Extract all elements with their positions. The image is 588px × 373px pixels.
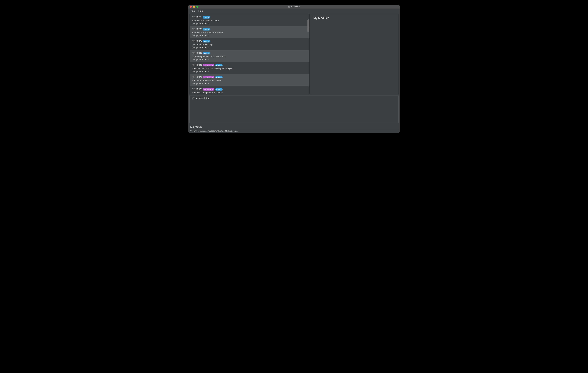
mcs-badge: 0 MCs <box>203 16 210 19</box>
module-title: Constraint Processing <box>192 43 307 46</box>
semester-badge: Semester 2 <box>203 88 214 91</box>
module-head: CS52154 MCs <box>192 40 307 43</box>
module-row[interactable]: CS52154 MCsConstraint ProcessingComputer… <box>190 38 309 50</box>
command-area <box>189 125 399 129</box>
my-modules-panel: My Modules <box>311 14 399 94</box>
module-code: CS5219 <box>192 76 202 79</box>
status-path: /Users/shenyihong/dev/CS2103/tp/data/use… <box>188 129 400 133</box>
module-title: Foundation in Computer Systems <box>192 31 307 34</box>
module-row[interactable]: CS52010 MCsFoundation in Theoretical CSC… <box>190 14 309 26</box>
my-modules-title: My Modules <box>313 16 396 20</box>
module-department: Computer Science <box>192 82 307 85</box>
module-head: CS52010 MCs <box>192 16 307 19</box>
module-title: Foundation in Theoretical CS <box>192 19 307 22</box>
command-input[interactable] <box>190 125 398 129</box>
menu-help[interactable]: Help <box>198 9 204 13</box>
module-code: CS5216 <box>192 52 202 55</box>
mcs-badge: 4 MCs <box>203 40 210 42</box>
module-row[interactable]: CS5222Semester 24 MCsAdvanced Computer A… <box>190 86 309 94</box>
titlebar: CLIMods <box>188 5 400 9</box>
window-title-text: CLIMods <box>291 6 300 8</box>
module-department: Computer Science <box>192 70 307 73</box>
module-code: CS5202 <box>192 28 202 31</box>
menubar: File Help <box>188 9 400 13</box>
module-title: Automated Software Validation <box>192 79 307 82</box>
app-icon <box>288 6 290 8</box>
status-message: 59 modules listed! <box>192 97 396 99</box>
module-row[interactable]: CS52020 MCsFoundation in Computer System… <box>190 26 309 38</box>
minimize-icon[interactable] <box>193 6 195 8</box>
semester-badge: Semester 2 <box>203 64 214 66</box>
module-title: Principles and Practice of Program Analy… <box>192 67 307 70</box>
scrollbar-thumb[interactable] <box>307 19 309 32</box>
module-department: Computer Science <box>192 58 307 61</box>
close-icon[interactable] <box>190 6 192 8</box>
menu-file[interactable]: File <box>190 9 195 13</box>
semester-badge: Semester 1 <box>203 76 214 78</box>
module-list[interactable]: CS52010 MCsFoundation in Theoretical CSC… <box>190 14 309 94</box>
mcs-badge: 4 MCs <box>215 76 223 78</box>
module-code: CS5201 <box>192 16 202 19</box>
mcs-badge: 4 MCs <box>215 88 223 91</box>
main-area: CS52010 MCsFoundation in Theoretical CSC… <box>188 13 400 94</box>
module-list-panel: CS52010 MCsFoundation in Theoretical CSC… <box>189 14 310 94</box>
module-head: CS52020 MCs <box>192 28 307 31</box>
mcs-badge: 4 MCs <box>203 52 210 54</box>
module-row[interactable]: CS5218Semester 24 MCsPrinciples and Prac… <box>190 62 309 74</box>
status-panel: 59 modules listed! <box>189 95 399 123</box>
mcs-badge: 0 MCs <box>203 28 210 31</box>
module-code: CS5215 <box>192 40 202 43</box>
module-department: Computer Science <box>192 22 307 25</box>
window-controls <box>190 6 198 8</box>
module-head: CS5219Semester 14 MCs <box>192 76 307 79</box>
module-row[interactable]: CS52164 MCsLogic Programming and Constra… <box>190 50 309 62</box>
mcs-badge: 4 MCs <box>215 64 223 66</box>
maximize-icon[interactable] <box>196 6 198 8</box>
module-code: CS5218 <box>192 64 202 67</box>
module-department: Computer Science <box>192 34 307 37</box>
svg-rect-0 <box>289 6 290 8</box>
module-code: CS5222 <box>192 88 202 91</box>
module-title: Advanced Computer Architecture <box>192 91 307 94</box>
module-department: Computer Science <box>192 46 307 49</box>
window-title: CLIMods <box>288 6 300 8</box>
module-head: CS5218Semester 24 MCs <box>192 64 307 67</box>
module-head: CS5222Semester 24 MCs <box>192 88 307 91</box>
module-head: CS52164 MCs <box>192 52 307 55</box>
module-title: Logic Programming and Constraints <box>192 55 307 58</box>
module-row[interactable]: CS5219Semester 14 MCsAutomated Software … <box>190 74 309 86</box>
app-window: CLIMods File Help CS52010 MCsFoundation … <box>188 5 400 133</box>
